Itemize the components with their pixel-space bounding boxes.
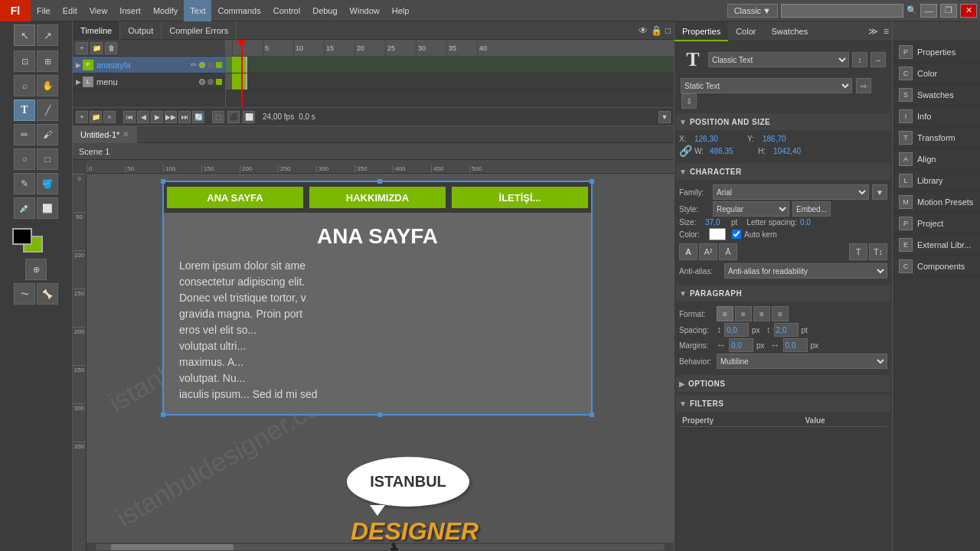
menu-text[interactable]: Text bbox=[184, 0, 211, 21]
new-layer-btn[interactable]: + bbox=[76, 42, 88, 54]
margin-right-input[interactable] bbox=[783, 338, 808, 352]
layer-outline-dot[interactable] bbox=[216, 62, 222, 68]
loop-btn[interactable]: 🔄 bbox=[192, 111, 204, 123]
canvas-tab[interactable]: Untitled-1* ✕ bbox=[73, 126, 137, 143]
bone-tool[interactable]: 🦴 bbox=[37, 283, 58, 305]
frame-tool1[interactable]: ⬚ bbox=[212, 111, 224, 123]
menu-commands[interactable]: Commands bbox=[211, 0, 266, 21]
text-type-dropdown[interactable]: Classic Text bbox=[708, 52, 849, 67]
box-icon[interactable]: □ bbox=[665, 25, 671, 36]
tab-timeline[interactable]: Timeline bbox=[73, 21, 120, 40]
right-item-color[interactable]: C Color bbox=[893, 63, 980, 84]
classic-dropdown[interactable]: Classic▼ bbox=[727, 4, 778, 18]
align-justify-btn[interactable]: ≡ bbox=[772, 306, 789, 321]
layer2-vis-dot[interactable] bbox=[199, 79, 205, 85]
right-item-align[interactable]: A Align bbox=[893, 148, 980, 170]
tab-output[interactable]: Output bbox=[120, 21, 162, 40]
right-item-motion-presets[interactable]: M Motion Presets bbox=[893, 191, 980, 213]
right-item-components[interactable]: C Components bbox=[893, 256, 980, 277]
play-btn[interactable]: ▶ bbox=[151, 111, 163, 123]
nav-btn-iletisim[interactable]: İLETİŞİ... bbox=[452, 187, 588, 208]
family-dropdown[interactable]: Arial bbox=[713, 184, 869, 200]
stage-page[interactable]: ANA SAYFA HAKKIMIZDA İLETİŞİ... bbox=[163, 181, 592, 415]
rect-tool[interactable]: □ bbox=[37, 148, 58, 170]
right-item-properties[interactable]: P Properties bbox=[893, 41, 980, 63]
oval-tool[interactable]: ○ bbox=[14, 148, 35, 170]
menu-modify[interactable]: Modify bbox=[147, 0, 184, 21]
auto-kern-checkbox[interactable] bbox=[732, 230, 741, 239]
right-item-transform[interactable]: T Transform bbox=[893, 127, 980, 148]
close-button[interactable]: ✕ bbox=[960, 4, 977, 18]
frame-tool3[interactable]: ⬜ bbox=[243, 111, 255, 123]
add-folder-btn[interactable]: 📁 bbox=[90, 111, 102, 123]
section-options[interactable]: ▶ OPTIONS bbox=[676, 375, 890, 392]
layer2-outline-dot[interactable] bbox=[216, 79, 222, 85]
eraser-tool[interactable]: ⬜ bbox=[37, 197, 58, 219]
timeline-expand-btn[interactable]: ▼ bbox=[658, 111, 671, 123]
minimize-button[interactable]: — bbox=[920, 4, 937, 18]
spacing-right-input[interactable] bbox=[774, 323, 799, 337]
family-expand-btn[interactable]: ▼ bbox=[872, 184, 887, 200]
go-start-btn[interactable]: ⏮ bbox=[123, 111, 136, 123]
gradtransform-tool[interactable]: ⊞ bbox=[37, 51, 58, 72]
style-dropdown[interactable]: Regular bbox=[713, 201, 789, 217]
pencil-tool[interactable]: ✏ bbox=[14, 124, 35, 145]
anti-alias-dropdown[interactable]: Anti-alias for readability bbox=[724, 263, 887, 279]
props-panel-menu[interactable]: ≡ bbox=[884, 26, 889, 37]
step-back-btn[interactable]: ◀ bbox=[137, 111, 149, 123]
step-forward-btn[interactable]: ▶▶ bbox=[165, 111, 177, 123]
pencil2-tool[interactable]: ✎ bbox=[14, 173, 35, 194]
menu-edit[interactable]: Edit bbox=[57, 0, 83, 21]
lock-icon[interactable]: 🔒 bbox=[651, 25, 662, 36]
nav-btn-anasayfa[interactable]: ANA SAYFA bbox=[167, 187, 303, 208]
tab-properties[interactable]: Properties bbox=[675, 21, 728, 41]
right-item-project[interactable]: P Project bbox=[893, 213, 980, 234]
text-static-dropdown[interactable]: Static Text bbox=[681, 78, 852, 93]
search-icon[interactable]: 🔍 bbox=[906, 5, 917, 15]
tab-compiler-errors[interactable]: Compiler Errors bbox=[162, 21, 237, 40]
tab-color[interactable]: Color bbox=[728, 21, 763, 41]
paint-bucket[interactable]: 🪣 bbox=[37, 173, 58, 194]
menu-window[interactable]: Window bbox=[344, 0, 386, 21]
section-filters[interactable]: ▼ FILTERS bbox=[676, 395, 890, 412]
frame-tool2[interactable]: ⬛ bbox=[227, 111, 240, 123]
text-superscript-icon[interactable]: A² bbox=[699, 243, 717, 260]
layer2-lock-dot[interactable] bbox=[207, 79, 214, 85]
canvas-tab-close[interactable]: ✕ bbox=[122, 126, 129, 143]
layer-row-anasayfa[interactable]: ▶ P anasayfa ✏ bbox=[73, 57, 225, 73]
delete-layer-btn2[interactable]: × bbox=[103, 111, 116, 123]
subselection-tool[interactable]: ↗ bbox=[37, 24, 58, 46]
section-position[interactable]: ▼ POSITION AND SIZE bbox=[676, 113, 890, 130]
smooth-tool[interactable]: 〜 bbox=[14, 283, 35, 305]
spacing-left-input[interactable] bbox=[724, 323, 749, 337]
layer-vis-dot[interactable] bbox=[199, 62, 205, 68]
layer-row-menu[interactable]: ▶ L menu bbox=[73, 73, 225, 90]
right-item-swatches[interactable]: S Swatches bbox=[893, 84, 980, 106]
h-scroll-thumb[interactable] bbox=[111, 544, 234, 550]
stroke-color[interactable] bbox=[12, 228, 32, 245]
margin-left-input[interactable] bbox=[729, 338, 753, 352]
text-tool[interactable]: T bbox=[14, 99, 35, 121]
menu-debug[interactable]: Debug bbox=[306, 0, 343, 21]
go-end-btn[interactable]: ⏭ bbox=[178, 111, 191, 123]
nav-btn-hakkimizda[interactable]: HAKKIMIZDA bbox=[309, 187, 446, 208]
align-left-btn[interactable]: ≡ bbox=[717, 306, 733, 321]
selection-tool[interactable]: ↖ bbox=[14, 24, 35, 46]
menu-file[interactable]: File bbox=[31, 0, 57, 21]
right-item-external-lib[interactable]: E External Libr... bbox=[893, 234, 980, 256]
text-direction-btn2[interactable]: ⇩ bbox=[681, 93, 697, 109]
eyedropper-tool[interactable]: 💉 bbox=[14, 197, 35, 219]
align-center-btn[interactable]: ≡ bbox=[735, 306, 752, 321]
maximize-button[interactable]: ❐ bbox=[940, 4, 957, 18]
new-layer-btn2[interactable]: + bbox=[76, 111, 88, 123]
behavior-dropdown[interactable]: Multiline bbox=[717, 354, 887, 369]
brush-tool[interactable]: 🖌 bbox=[37, 124, 58, 145]
align-right-btn[interactable]: ≡ bbox=[753, 306, 770, 321]
props-panel-expand[interactable]: ≫ bbox=[868, 26, 878, 37]
line-tool[interactable]: ╱ bbox=[37, 99, 58, 121]
transform-tool[interactable]: ⊡ bbox=[14, 51, 35, 72]
snap-to-objects[interactable]: ⊕ bbox=[25, 259, 47, 280]
menu-view[interactable]: View bbox=[83, 0, 114, 21]
right-item-info[interactable]: I Info bbox=[893, 106, 980, 127]
menu-control[interactable]: Control bbox=[267, 0, 306, 21]
